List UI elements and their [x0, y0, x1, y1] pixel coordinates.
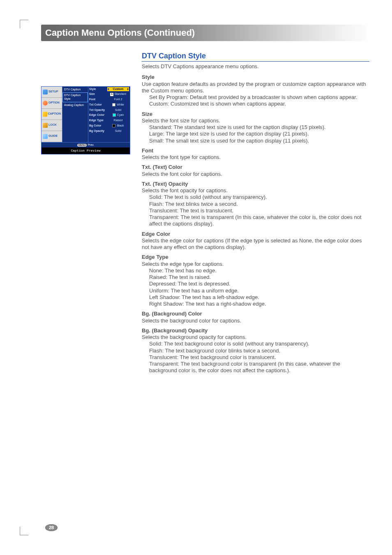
page-number-badge: 28	[45, 524, 58, 531]
osd-nav-item: SETUP	[42, 87, 62, 98]
osd-property-value: Solid	[107, 108, 129, 113]
osd-nav-label: SETUP	[48, 90, 58, 94]
color-swatch-icon	[112, 103, 115, 106]
subsection-item: Depressed: The text is depressed.	[142, 281, 369, 287]
crop-mark-bottom	[20, 527, 28, 535]
osd-nav-label: GUIDE	[48, 134, 58, 138]
osd-property-label: Edge Type	[89, 119, 107, 122]
osd-nav-label: CAPTION	[48, 112, 61, 116]
osd-property-row: Bg ColorBlack	[88, 123, 130, 129]
subsection-body: Use caption feature defaults as provided…	[142, 81, 369, 94]
subsection-item: Set By Program: Default text provided by…	[142, 94, 369, 101]
osd-value-text: Black	[117, 124, 124, 127]
osd-prev-hint	[88, 134, 130, 134]
osd-property-row: Edge ColorCyan	[88, 113, 130, 118]
color-swatch-icon	[112, 124, 115, 127]
subsection-item: Right Shadow: The text has a right-shado…	[142, 301, 369, 307]
osd-property-label: Bg Opacity	[89, 129, 107, 133]
subsection-heading: Txt. (Text) Opacity	[142, 181, 369, 187]
subsection-item: Raised: The text is raised.	[142, 274, 369, 281]
setup-icon	[43, 90, 48, 94]
osd-value-text: Raised	[114, 119, 123, 122]
osd-property-label: Font	[89, 98, 107, 101]
subsection-heading: Bg. (Background) Opacity	[142, 327, 369, 334]
osd-property-value: Custom	[107, 87, 129, 92]
subsection-body: Selects the edge color for captions (If …	[142, 237, 369, 251]
subsection-heading: Size	[142, 111, 369, 117]
guide-icon	[43, 134, 48, 139]
osd-property-row: Txt OpacitySolid	[88, 108, 130, 113]
subsection-item: None: The text has no edge.	[142, 267, 369, 274]
osd-menu-screenshot: SETUPOPTIONCAPTIONLOCKGUIDE DTV CaptionD…	[41, 86, 130, 155]
subsection-body: Selects the font type for captions.	[142, 154, 369, 161]
osd-value-text: Custom	[113, 88, 123, 90]
osd-nav-item: OPTION	[42, 98, 62, 109]
osd-properties: StyleCustomSizeAStandardFontFont 2Txt Co…	[88, 87, 130, 142]
subsection-body: Selects the background color for caption…	[142, 318, 369, 324]
subsection-item: Translucent: The text is translucent.	[142, 207, 369, 214]
osd-property-label: Size	[89, 92, 107, 96]
osd-caption-preview: Caption Preview	[42, 147, 130, 154]
subsection-body: Selects the edge type for captions.	[142, 261, 369, 267]
osd-property-value: White	[107, 103, 129, 107]
osd-property-value: Font 2	[107, 97, 129, 102]
subsection-item: Flash: The text blinks twice a second.	[142, 201, 369, 207]
subsection-item: Uniform: The text has a uniform edge.	[142, 288, 369, 294]
crop-mark-top	[20, 20, 28, 28]
subsection-heading: Bg. (Background) Color	[142, 311, 369, 317]
osd-value-text: Font 2	[114, 98, 122, 101]
osd-property-value: Cyan	[107, 113, 129, 117]
subsection-item: Custom: Customized text is shown when ca…	[142, 101, 369, 107]
osd-sub-item: Analog Caption	[62, 102, 88, 108]
subsection-item: Flash: The text background color blinks …	[142, 348, 369, 354]
subsection-item: Large: The large text size is used for t…	[142, 131, 369, 137]
osd-property-value: AStandard	[107, 92, 129, 97]
osd-footer: MENUPrev.	[42, 142, 130, 148]
lock-icon	[43, 123, 48, 128]
osd-property-row: FontFont 2	[88, 97, 130, 102]
osd-property-label: Txt Color	[89, 103, 107, 107]
subsection-body: Selects the background opacity for capti…	[142, 334, 369, 341]
subsection-heading: Txt. (Text) Color	[142, 164, 369, 170]
subsection-item: Transparent: The text background color i…	[142, 361, 369, 374]
osd-property-row: StyleCustom	[88, 87, 130, 92]
subsection-heading: Font	[142, 147, 369, 154]
subsection-item: Small: The small text size is used for t…	[142, 138, 369, 144]
option-icon	[43, 101, 48, 106]
osd-property-value: Solid	[107, 129, 129, 134]
osd-footer-label: Prev.	[88, 143, 94, 146]
subsection-body: Selects the font opacity for captions.	[142, 187, 369, 194]
subsection-item: Solid: The text background color is soli…	[142, 341, 369, 347]
osd-sub-item: DTV Caption	[62, 87, 88, 93]
osd-property-value: Black	[107, 124, 129, 128]
osd-property-value: Raised	[107, 118, 129, 123]
subsection-heading: Edge Type	[142, 254, 369, 260]
osd-nav-item: LOCK	[42, 120, 62, 131]
color-swatch-icon	[113, 113, 116, 117]
subsection-item: Standard: The standard text size is used…	[142, 124, 369, 131]
osd-property-label: Bg Color	[89, 124, 107, 128]
osd-property-row: Edge TypeRaised	[88, 118, 130, 123]
subsection-body: Selects the font color for captions.	[142, 171, 369, 177]
osd-nav: SETUPOPTIONCAPTIONLOCKGUIDE	[42, 87, 62, 142]
osd-nav-label: OPTION	[48, 101, 60, 105]
osd-property-row: Bg OpacitySolid	[88, 129, 130, 134]
osd-value-text: Solid	[115, 129, 122, 132]
osd-property-row: Txt ColorWhite	[88, 102, 130, 108]
subsection-heading: Style	[142, 74, 369, 81]
subsection-body: Selects the font size for captions.	[142, 117, 369, 124]
subsection-item: Left Shadow: The text has a left-shadow …	[142, 294, 369, 301]
osd-value-text: Standard	[114, 92, 126, 95]
section-title: DTV Caption Style	[142, 51, 369, 62]
caption-icon	[43, 112, 47, 117]
section-lead: Selects DTV Captions appearance menu opt…	[142, 63, 369, 70]
osd-submenu: DTV CaptionDTV Caption StyleAnalog Capti…	[62, 87, 88, 142]
page-title: Caption Menu Options (Continued)	[41, 25, 369, 41]
osd-property-label: Edge Color	[89, 113, 107, 117]
osd-property-row: SizeAStandard	[88, 92, 130, 97]
a-key-icon: A	[110, 93, 113, 96]
menu-key-icon: MENU	[77, 144, 87, 147]
subsection-item: Transparent: The text is transparent (In…	[142, 214, 369, 228]
osd-property-label: Txt Opacity	[89, 108, 107, 112]
osd-property-label: Style	[89, 88, 107, 91]
